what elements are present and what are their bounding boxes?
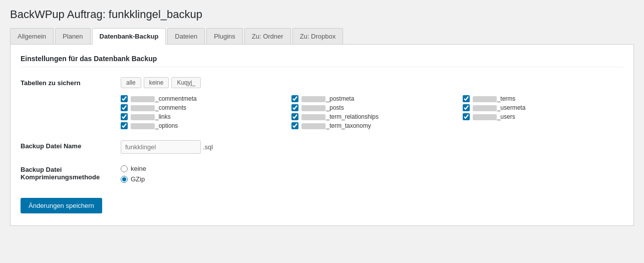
table-checkbox-posts[interactable] <box>291 104 298 111</box>
tab-planen[interactable]: Planen <box>55 28 90 44</box>
prefix-blur <box>131 123 155 129</box>
table-checkbox-usermeta[interactable] <box>463 104 470 111</box>
btn-alle[interactable]: alle <box>121 77 141 88</box>
table-row: _posts <box>291 103 452 112</box>
prefix-blur <box>473 96 497 102</box>
table-row: _links <box>121 112 281 121</box>
table-row: _term_taxonomy <box>291 121 452 130</box>
tab-zu-dropbox[interactable]: Zu: Dropbox <box>292 28 344 44</box>
backup-name-row: Backup Datei Name .sql <box>21 140 623 154</box>
tables-control: alle keine Kuqyj_ _commentmeta _comments <box>121 77 623 130</box>
radio-item-keine: keine <box>121 165 623 172</box>
radio-group: keine GZip <box>121 164 623 183</box>
radio-keine[interactable] <box>121 165 128 172</box>
content-area: Einstellungen für das Datenbank Backup T… <box>10 45 634 226</box>
komprimierung-label: Backup Datei Komprimierungsmethode <box>21 164 121 181</box>
tab-allgemein[interactable]: Allgemein <box>10 28 54 44</box>
prefix-blur <box>473 114 497 120</box>
tab-dateien[interactable]: Dateien <box>167 28 205 44</box>
radio-gzip[interactable] <box>121 176 128 183</box>
tables-row: Tabellen zu sichern alle keine Kuqyj_ _c… <box>21 77 623 130</box>
btn-prefix[interactable]: Kuqyj_ <box>171 77 201 88</box>
prefix-blur <box>131 114 155 120</box>
table-checkbox-term-taxonomy[interactable] <box>291 122 298 129</box>
btn-keine[interactable]: keine <box>144 77 169 88</box>
table-row: _usermeta <box>463 103 623 112</box>
table-row: _term_relationships <box>291 112 452 121</box>
radio-gzip-label: GZip <box>131 175 145 183</box>
prefix-blur <box>301 105 326 111</box>
tab-bar: Allgemein Planen Datenbank-Backup Dateie… <box>10 28 634 45</box>
radio-keine-label: keine <box>131 165 146 172</box>
table-checkbox-term-relationships[interactable] <box>291 113 298 120</box>
backup-suffix: .sql <box>203 143 213 151</box>
table-checkbox-terms[interactable] <box>463 95 470 102</box>
table-row: _comments <box>121 103 281 112</box>
input-wrapper: .sql <box>121 140 623 154</box>
table-checkbox-comments[interactable] <box>121 104 128 111</box>
table-row: _options <box>121 121 281 130</box>
prefix-blur <box>301 114 326 120</box>
table-row: _terms <box>463 94 623 103</box>
komprimierung-control: keine GZip <box>121 164 623 183</box>
prefix-blur <box>131 96 155 102</box>
komprimierung-row: Backup Datei Komprimierungsmethode keine… <box>21 164 623 183</box>
tab-datenbank-backup[interactable]: Datenbank-Backup <box>92 28 166 45</box>
radio-item-gzip: GZip <box>121 175 623 183</box>
table-row: _commentmeta <box>121 94 281 103</box>
table-row: _users <box>463 112 623 121</box>
tables-label: Tabellen zu sichern <box>21 77 121 87</box>
backup-name-control: .sql <box>121 140 623 154</box>
tab-plugins[interactable]: Plugins <box>206 28 243 44</box>
prefix-blur <box>301 96 326 102</box>
table-checkbox-users[interactable] <box>463 113 470 120</box>
table-checkbox-commentmeta[interactable] <box>121 95 128 102</box>
tables-col-2: _terms _usermeta _users <box>463 94 623 130</box>
table-row: _postmeta <box>291 94 452 103</box>
table-checkbox-options[interactable] <box>121 122 128 129</box>
backup-name-label: Backup Datei Name <box>21 140 121 150</box>
prefix-blur <box>301 123 326 129</box>
prefix-blur <box>473 105 497 111</box>
tables-col-1: _postmeta _posts _term_relationships <box>291 94 452 130</box>
page-wrapper: BackWPup Auftrag: funkklingel_backup All… <box>0 0 644 263</box>
section-title: Einstellungen für das Datenbank Backup <box>21 55 623 67</box>
backup-name-input[interactable] <box>121 140 201 154</box>
table-checkbox-postmeta[interactable] <box>291 95 298 102</box>
table-checkbox-links[interactable] <box>121 113 128 120</box>
tables-grid: _commentmeta _comments _links _opti <box>121 94 623 130</box>
save-button[interactable]: Änderungen speichern <box>21 198 102 213</box>
tables-col-0: _commentmeta _comments _links _opti <box>121 94 281 130</box>
page-title: BackWPup Auftrag: funkklingel_backup <box>10 8 634 21</box>
prefix-blur <box>131 105 155 111</box>
tab-zu-ordner[interactable]: Zu: Ordner <box>244 28 291 44</box>
table-buttons: alle keine Kuqyj_ <box>121 77 623 88</box>
